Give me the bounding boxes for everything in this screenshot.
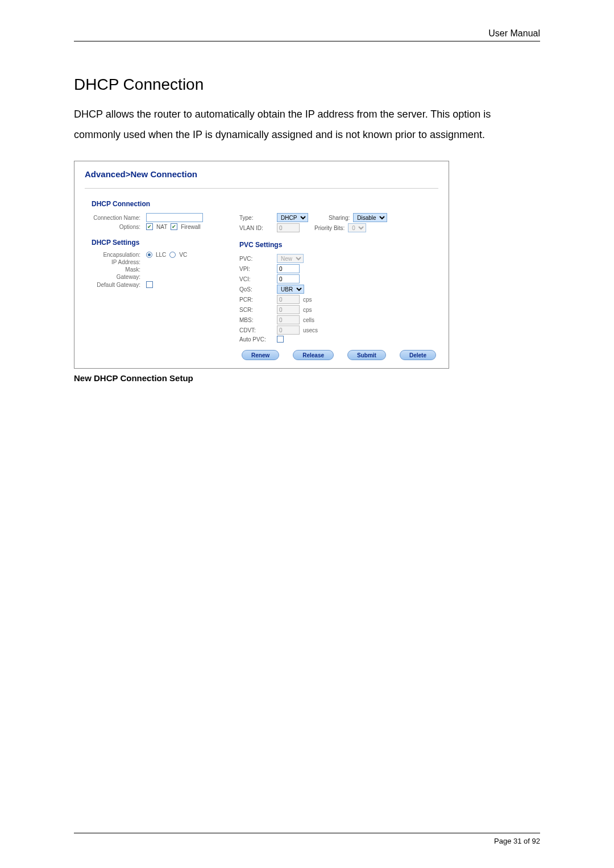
qos-select[interactable]: UBR (277, 285, 304, 294)
vci-input[interactable] (277, 274, 300, 283)
qos-label: QoS: (239, 286, 273, 293)
doc-label: User Manual (488, 28, 540, 38)
divider (85, 188, 438, 189)
encap-llc-label: LLC (156, 252, 166, 258)
scr-unit: cps (303, 307, 312, 313)
nat-label: NAT (156, 224, 167, 230)
vlanid-label: VLAN ID: (239, 225, 273, 231)
vpi-input[interactable] (277, 264, 300, 273)
firewall-checkbox[interactable] (171, 223, 177, 230)
pvc-title: PVC Settings (239, 241, 438, 249)
sharing-select[interactable]: Disable (353, 213, 387, 222)
scr-input (277, 305, 300, 314)
pvc-select: New (277, 254, 304, 263)
gateway-label: Gateway: (92, 274, 143, 280)
mbs-label: MBS: (239, 317, 273, 323)
default-gw-label: Default Gateway: (92, 282, 143, 288)
release-button[interactable]: Release (293, 350, 334, 360)
firewall-label: Firewall (181, 224, 200, 230)
encap-label: Encapsulation: (92, 252, 143, 258)
options-label: Options: (92, 224, 143, 230)
doc-header: User Manual (74, 28, 540, 41)
page-heading: DHCP Connection (74, 76, 540, 94)
figure-caption: New DHCP Connection Setup (74, 373, 540, 383)
autopvc-checkbox[interactable] (277, 336, 284, 343)
cdvt-input (277, 326, 300, 335)
priority-label: Priority Bits: (314, 225, 345, 231)
sharing-label: Sharing: (329, 215, 350, 221)
pcr-label: PCR: (239, 297, 273, 303)
default-gw-checkbox[interactable] (146, 281, 153, 288)
priority-select: 0 (348, 223, 366, 232)
autopvc-label: Auto PVC: (239, 336, 273, 343)
mbs-input (277, 315, 300, 324)
body-paragraph: DHCP allows the router to automatically … (74, 104, 540, 145)
conn-name-label: Connection Name: (92, 215, 143, 221)
delete-button[interactable]: Delete (400, 350, 436, 360)
dhcp-settings-title: DHCP Settings (92, 239, 217, 247)
vci-label: VCI: (239, 276, 273, 282)
dhcp-conn-title: DHCP Connection (92, 200, 438, 208)
page-footer: Page 31 of 92 (74, 833, 540, 845)
ip-label: IP Address: (92, 259, 143, 265)
mbs-unit: cells (303, 317, 314, 323)
pcr-unit: cps (303, 297, 312, 303)
renew-button[interactable]: Renew (242, 350, 279, 360)
pcr-input (277, 295, 300, 304)
conn-name-input[interactable] (146, 213, 203, 222)
screenshot-panel: Advanced>New Connection DHCP Connection … (74, 161, 449, 369)
encap-vc-label: VC (179, 252, 187, 258)
encap-llc-radio[interactable] (146, 252, 152, 258)
panel-title: Advanced>New Connection (85, 169, 438, 179)
page-number: Page 31 of 92 (494, 837, 540, 845)
pvc-label: PVC: (239, 256, 273, 262)
nat-checkbox[interactable] (146, 223, 153, 230)
vlanid-input (277, 223, 300, 232)
cdvt-label: CDVT: (239, 327, 273, 333)
scr-label: SCR: (239, 307, 273, 313)
cdvt-unit: usecs (303, 327, 318, 333)
type-select[interactable]: DHCP (277, 213, 308, 222)
vpi-label: VPI: (239, 266, 273, 272)
encap-vc-radio[interactable] (169, 252, 176, 258)
mask-label: Mask: (92, 266, 143, 273)
type-label: Type: (239, 215, 273, 221)
submit-button[interactable]: Submit (347, 350, 386, 360)
